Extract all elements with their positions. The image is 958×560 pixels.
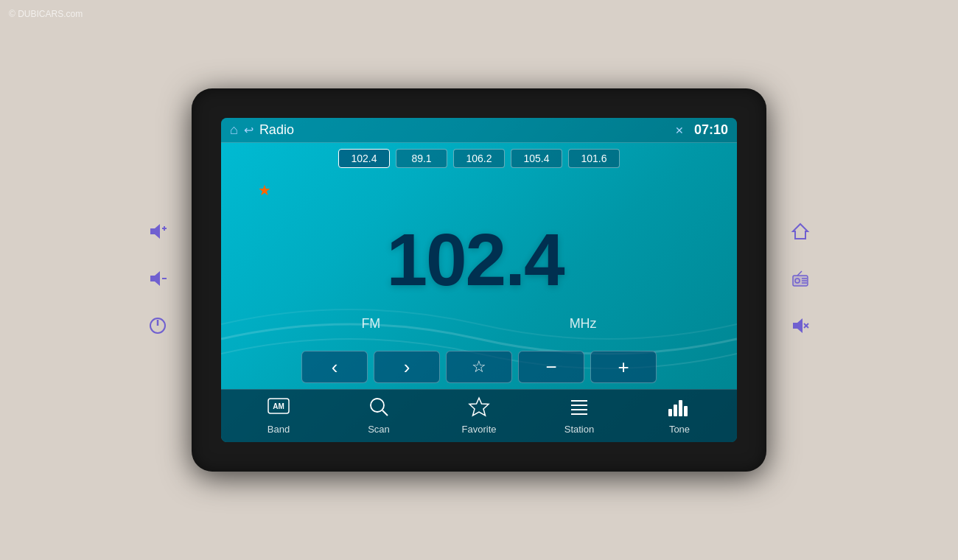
header-bar: ⌂ ↩ Radio ✕ 07:10 <box>221 118 737 143</box>
station-icon <box>568 396 590 421</box>
header-close-icon[interactable]: ✕ <box>675 125 684 136</box>
tone-icon <box>667 396 692 421</box>
preset-4[interactable]: 105.4 <box>511 149 562 168</box>
preset-2[interactable]: 89.1 <box>396 149 447 168</box>
favorite-label: Favorite <box>462 424 497 435</box>
radio-button[interactable] <box>790 268 811 292</box>
controls-row: ‹ › ☆ − + <box>221 345 737 389</box>
preset-1[interactable]: 102.4 <box>338 149 390 168</box>
scan-icon <box>368 396 390 421</box>
unit-label: MHz <box>570 316 597 332</box>
radio-screen: ⌂ ↩ Radio ✕ 07:10 102.4 89.1 106.2 105.4… <box>221 118 737 442</box>
favorite-star-indicator: ★ <box>258 181 271 199</box>
svg-rect-28 <box>679 400 682 416</box>
preset-3[interactable]: 106.2 <box>453 149 505 168</box>
volume-up-button[interactable] <box>147 221 168 245</box>
svg-marker-7 <box>793 224 808 239</box>
volume-down-button[interactable] <box>147 268 168 292</box>
add-favorite-button[interactable]: ☆ <box>446 351 512 383</box>
left-side-buttons <box>147 221 168 339</box>
outer-bezel: ⌂ ↩ Radio ✕ 07:10 102.4 89.1 106.2 105.4… <box>192 88 766 472</box>
frequency-up-button[interactable]: + <box>590 351 657 383</box>
svg-marker-14 <box>793 318 803 333</box>
frequency-display: ★ FM 102.4 MHz <box>221 174 737 345</box>
nav-station[interactable]: Station <box>529 396 629 435</box>
station-label: Station <box>564 424 594 435</box>
svg-point-19 <box>371 399 384 412</box>
presets-row: 102.4 89.1 106.2 105.4 101.6 <box>221 143 737 174</box>
power-button[interactable] <box>147 315 168 339</box>
frequency-down-button[interactable]: − <box>518 351 584 383</box>
header-time: 07:10 <box>694 122 728 138</box>
svg-line-20 <box>382 410 388 416</box>
svg-marker-3 <box>150 271 160 286</box>
right-side-buttons <box>790 221 811 339</box>
svg-text:AM: AM <box>273 402 284 410</box>
next-station-button[interactable]: › <box>374 351 440 383</box>
bottom-nav: AM Band Scan <box>221 389 737 442</box>
header-home-icon[interactable]: ⌂ <box>230 122 238 138</box>
nav-scan[interactable]: Scan <box>329 396 429 435</box>
svg-marker-21 <box>469 398 489 416</box>
svg-rect-27 <box>674 405 677 416</box>
band-label: FM <box>361 316 380 332</box>
home-right-button[interactable] <box>790 221 811 245</box>
header-back-icon[interactable]: ↩ <box>244 123 254 137</box>
band-icon: AM <box>267 396 290 421</box>
svg-marker-0 <box>150 224 160 239</box>
band-label-nav: Band <box>268 424 290 435</box>
favorite-icon <box>468 396 490 421</box>
svg-rect-26 <box>668 409 672 416</box>
nav-favorite[interactable]: Favorite <box>429 396 529 435</box>
svg-rect-29 <box>684 406 688 416</box>
mute-button[interactable] <box>790 315 811 339</box>
scan-label: Scan <box>368 424 390 435</box>
nav-band[interactable]: AM Band <box>228 396 329 435</box>
header-title: Radio <box>259 122 669 138</box>
nav-tone[interactable]: Tone <box>629 396 730 435</box>
frequency-number: 102.4 <box>386 223 563 296</box>
preset-5[interactable]: 101.6 <box>568 149 620 168</box>
tone-label: Tone <box>669 424 690 435</box>
car-dashboard: ⌂ ↩ Radio ✕ 07:10 102.4 89.1 106.2 105.4… <box>147 52 811 508</box>
prev-station-button[interactable]: ‹ <box>301 351 368 383</box>
svg-line-13 <box>797 271 802 276</box>
watermark: © DUBICARS.com <box>9 9 83 19</box>
